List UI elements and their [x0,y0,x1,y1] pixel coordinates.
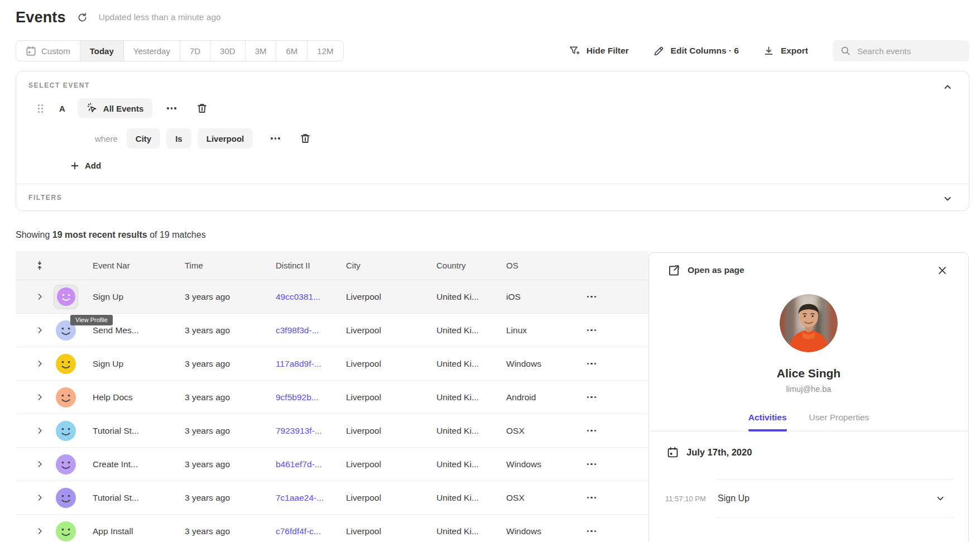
table-row[interactable]: Help Docs 3 years ago 9cf5b92b... Liverp… [16,381,648,414]
avatar[interactable] [54,285,78,309]
distinct-id-link[interactable]: c3f98f3d-... [276,325,346,335]
event-more-icon[interactable] [165,104,179,113]
table-row[interactable]: Sign Up 3 years ago 117a8d9f-... Liverpo… [16,347,648,381]
add-label: Add [85,161,101,170]
collapse-rows-icon[interactable] [35,261,44,270]
time-cell: 3 years ago [185,493,276,503]
avatar[interactable] [56,354,76,374]
search-input[interactable]: Search events [833,40,969,61]
open-as-page-label[interactable]: Open as page [688,265,744,275]
avatar[interactable] [56,454,76,474]
time-cell: 3 years ago [185,359,276,369]
country-cell: United Ki... [436,392,506,402]
avatar[interactable] [56,521,76,541]
distinct-id-link[interactable]: 7c1aae24-... [276,493,346,503]
drag-handle-icon[interactable] [38,104,44,113]
table-row[interactable]: App Install 3 years ago c76fdf4f-c... Li… [16,515,648,542]
column-header-city[interactable]: City [346,261,436,270]
country-cell: United Ki... [436,526,506,536]
row-more-icon[interactable] [585,326,599,335]
distinct-id-link[interactable]: c76fdf4f-c... [276,526,346,536]
activity-row[interactable]: 11:57:10 PM Sign Up [649,479,968,517]
date-range-custom[interactable]: Custom [16,41,80,61]
close-panel-icon[interactable] [935,263,949,277]
events-table: Event Nar Time Distinct II City Country … [16,251,648,542]
distinct-id-link[interactable]: 117a8d9f-... [276,359,346,369]
column-header-event[interactable]: Event Nar [93,261,185,270]
expand-row-icon[interactable] [36,527,44,535]
column-header-distinct-id[interactable]: Distinct II [276,261,346,270]
expand-row-icon[interactable] [36,293,44,300]
table-row[interactable]: Sign Up 3 years ago 49cc0381... Liverpoo… [16,280,648,314]
city-cell: Liverpool [346,392,436,402]
edit-columns-label: Edit Columns · 6 [671,46,739,56]
row-more-icon[interactable] [585,292,599,301]
date-range-today[interactable]: Today [80,41,123,61]
collapse-section-icon[interactable] [941,80,954,94]
expand-row-icon[interactable] [36,360,44,367]
tab-activities[interactable]: Activities [748,413,787,431]
distinct-id-link[interactable]: 9cf5b92b... [276,392,346,402]
row-more-icon[interactable] [585,493,599,502]
date-range-6m[interactable]: 6M [276,41,307,61]
column-header-time[interactable]: Time [185,261,276,270]
filters-section[interactable]: FILTERS [16,184,969,210]
activity-date-row: July 17th, 2020 [667,447,968,458]
export-button[interactable]: Export [763,46,808,56]
column-header-os[interactable]: OS [506,261,562,270]
row-more-icon[interactable] [585,460,599,469]
add-event-button[interactable]: Add [70,161,957,170]
date-range-30d[interactable]: 30D [210,41,245,61]
refresh-icon[interactable] [77,12,88,23]
delete-event-icon[interactable] [196,103,208,114]
expand-row-icon[interactable] [36,427,44,434]
table-row[interactable]: Tutorial St... 3 years ago 7923913f-... … [16,414,648,448]
expand-filters-icon[interactable] [941,192,954,205]
table-row[interactable]: Tutorial St... 3 years ago 7c1aae24-... … [16,481,648,515]
hide-filter-button[interactable]: Hide Filter [569,45,629,56]
country-cell: United Ki... [436,292,506,302]
open-as-page-icon[interactable] [668,265,680,276]
avatar[interactable] [56,488,76,508]
panel-tabs: Activities User Properties [649,413,968,431]
distinct-id-link[interactable]: 7923913f-... [276,426,346,436]
avatar-face-icon [56,454,76,474]
event-selector-chip[interactable]: All Events [78,98,153,118]
distinct-id-link[interactable]: 49cc0381... [276,292,346,302]
expand-row-icon[interactable] [36,494,44,501]
city-cell: Liverpool [346,292,436,302]
time-cell: 3 years ago [185,292,276,302]
row-more-icon[interactable] [585,393,599,402]
row-more-icon[interactable] [585,359,599,368]
avatar[interactable] [56,387,76,407]
table-row[interactable]: Create Int... 3 years ago b461ef7d-... L… [16,448,648,481]
column-header-country[interactable]: Country [436,261,506,270]
operator-label: Is [175,134,182,143]
expand-row-icon[interactable] [36,461,44,468]
view-profile-tooltip: View Profile [70,315,113,325]
row-more-icon[interactable] [585,527,599,536]
row-more-icon[interactable] [585,426,599,435]
date-range-yesterday[interactable]: Yesterday [123,41,180,61]
delete-filter-icon[interactable] [300,133,311,144]
property-chip[interactable]: City [127,128,160,148]
tab-user-properties[interactable]: User Properties [809,413,869,431]
activity-time: 11:57:10 PM [665,495,706,503]
distinct-id-link[interactable]: b461ef7d-... [276,459,346,469]
edit-columns-button[interactable]: Edit Columns · 6 [654,46,739,56]
query-builder-card: SELECT EVENT A All Events [16,71,969,211]
search-icon [840,46,851,56]
where-more-icon[interactable] [268,134,282,143]
date-range-12m[interactable]: 12M [307,41,343,61]
operator-chip[interactable]: Is [166,128,191,148]
event-name-cell: Create Int... [93,459,185,469]
value-chip[interactable]: Liverpool [198,128,253,148]
avatar[interactable] [56,421,76,441]
expand-row-icon[interactable] [36,394,44,401]
expand-row-icon[interactable] [36,327,44,334]
date-range-7d[interactable]: 7D [180,41,210,61]
date-range-3m[interactable]: 3M [245,41,276,61]
title-bar: Events Updated less than a minute ago [16,7,221,28]
activity-event: Sign Up [718,493,750,503]
expand-activity-icon[interactable] [936,494,945,503]
